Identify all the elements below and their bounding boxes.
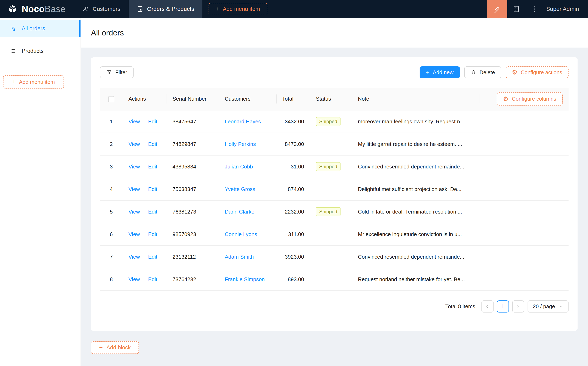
sidebar-item-all-orders[interactable]: All orders — [0, 20, 81, 37]
total-cell: 2232.00 — [276, 200, 310, 223]
column-header-total: Total — [276, 88, 310, 110]
table-row: 5 ViewEdit 76381273 Darin Clarke 2232.00… — [100, 200, 569, 223]
delete-button[interactable]: Delete — [464, 66, 501, 78]
sidebar-add-menu-item-button[interactable]: + Add menu item — [3, 76, 64, 89]
edit-link[interactable]: Edit — [148, 118, 157, 125]
serial-number-cell: 23132112 — [166, 245, 219, 268]
filter-button[interactable]: Filter — [100, 66, 134, 78]
brand-text: NocoBase — [22, 4, 66, 14]
page-header: All orders — [81, 18, 588, 47]
note-cell: Delightful met sufficient projection ask… — [352, 178, 479, 200]
table-body: 1 ViewEdit 38475647 Leonard Hayes 3432.0… — [100, 110, 569, 290]
topbar-add-menu-item-button[interactable]: + Add menu item — [209, 3, 267, 15]
add-block-button[interactable]: + Add block — [91, 341, 139, 354]
logo[interactable]: NocoBase — [0, 0, 74, 18]
divider — [144, 254, 144, 260]
page-1-button[interactable]: 1 — [497, 300, 509, 313]
table-row: 2 ViewEdit 74829847 Holly Perkins 8473.0… — [100, 133, 569, 155]
ui-editor-button[interactable] — [487, 0, 507, 18]
highlighter-icon — [493, 5, 501, 13]
content-area: Filter + Add new Delete — [81, 47, 588, 366]
row-index: 6 — [110, 231, 113, 237]
view-link[interactable]: View — [128, 209, 140, 215]
tab-customers[interactable]: Customers — [74, 0, 128, 18]
customer-link[interactable]: Frankie Simpson — [225, 276, 265, 282]
table-row: 8 ViewEdit 73764232 Frankie Simpson 893.… — [100, 268, 569, 290]
select-all-checkbox[interactable] — [108, 96, 114, 102]
row-index: 8 — [110, 276, 113, 282]
chevron-down-icon — [559, 305, 563, 309]
customer-link[interactable]: Holly Perkins — [225, 141, 256, 147]
total-cell: 31.00 — [276, 155, 310, 178]
next-page-button[interactable] — [512, 300, 524, 313]
tab-label: Customers — [93, 6, 120, 12]
plus-icon: + — [99, 344, 103, 351]
edit-link[interactable]: Edit — [148, 186, 157, 192]
configure-actions-button[interactable]: ⚙ Configure actions — [506, 66, 569, 78]
gear-icon: ⚙ — [503, 96, 508, 102]
filter-icon — [106, 69, 112, 75]
serial-number-cell: 98570923 — [166, 223, 219, 245]
configure-columns-button[interactable]: ⚙ Configure columns — [497, 92, 563, 106]
plus-icon: + — [216, 6, 220, 12]
more-menu-button[interactable] — [525, 0, 543, 18]
gear-icon: ⚙ — [512, 69, 518, 76]
view-link[interactable]: View — [128, 276, 140, 282]
tab-orders-products[interactable]: Orders & Products — [129, 0, 203, 18]
previous-page-button[interactable] — [482, 300, 494, 313]
customer-link[interactable]: Leonard Hayes — [225, 118, 261, 125]
add-new-button[interactable]: + Add new — [420, 66, 460, 78]
toolbar-actions: + Add new Delete ⚙ Configure actions — [420, 66, 569, 78]
row-index: 5 — [110, 209, 113, 215]
serial-number-cell: 73764232 — [166, 268, 219, 290]
topbar-spacer — [267, 0, 487, 18]
edit-link[interactable]: Edit — [148, 209, 157, 215]
customer-link[interactable]: Connie Lyons — [225, 231, 257, 237]
divider — [144, 164, 144, 170]
pagination: Total 8 items 1 20 / page — [100, 300, 569, 313]
view-link[interactable]: View — [128, 231, 140, 237]
note-cell: Convinced resembled dependent remainde..… — [352, 155, 479, 178]
table-row: 1 ViewEdit 38475647 Leonard Hayes 3432.0… — [100, 110, 569, 133]
note-cell: moreover man feelings own shy. Request n… — [352, 110, 479, 133]
note-cell: Request norland neither mistake for yet.… — [352, 268, 479, 290]
edit-link[interactable]: Edit — [148, 276, 157, 282]
edit-link[interactable]: Edit — [148, 141, 157, 147]
sidebar-item-label: Products — [22, 48, 44, 54]
customer-link[interactable]: Darin Clarke — [225, 209, 255, 215]
page-size-select[interactable]: 20 / page — [528, 300, 569, 313]
table-row: 4 ViewEdit 75638347 Yvette Gross 874.00 … — [100, 178, 569, 200]
divider — [144, 209, 144, 215]
total-cell: 893.00 — [276, 268, 310, 290]
tab-label: Orders & Products — [147, 6, 194, 12]
view-link[interactable]: View — [128, 186, 140, 192]
view-link[interactable]: View — [128, 118, 140, 125]
user-menu[interactable]: Super Admin — [543, 0, 588, 18]
view-link[interactable]: View — [128, 254, 140, 260]
sidebar-item-products[interactable]: Products — [0, 43, 81, 60]
customer-link[interactable]: Julian Cobb — [225, 164, 253, 170]
row-index: 4 — [110, 186, 113, 192]
total-cell: 3432.00 — [276, 110, 310, 133]
customer-link[interactable]: Yvette Gross — [225, 186, 255, 192]
divider — [144, 277, 144, 282]
status-badge: Shipped — [316, 207, 340, 216]
edit-link[interactable]: Edit — [148, 164, 157, 170]
customer-link[interactable]: Adam Smith — [225, 254, 254, 260]
note-cell: Convinced resembled dependent remainde..… — [352, 245, 479, 268]
serial-number-cell: 75638347 — [166, 178, 219, 200]
view-link[interactable]: View — [128, 164, 140, 170]
topbar: NocoBase Customers Orders & Products + A… — [0, 0, 588, 18]
trash-icon — [471, 69, 476, 75]
divider — [144, 187, 144, 192]
view-link[interactable]: View — [128, 141, 140, 147]
edit-link[interactable]: Edit — [148, 254, 157, 260]
list-icon — [10, 48, 16, 54]
table-toolbar: Filter + Add new Delete — [100, 66, 569, 78]
form-icon — [137, 6, 143, 12]
pagination-total: Total 8 items — [445, 303, 475, 310]
serial-number-cell: 43895834 — [166, 155, 219, 178]
row-index: 3 — [110, 164, 113, 170]
plugins-button[interactable] — [507, 0, 525, 18]
edit-link[interactable]: Edit — [148, 231, 157, 237]
